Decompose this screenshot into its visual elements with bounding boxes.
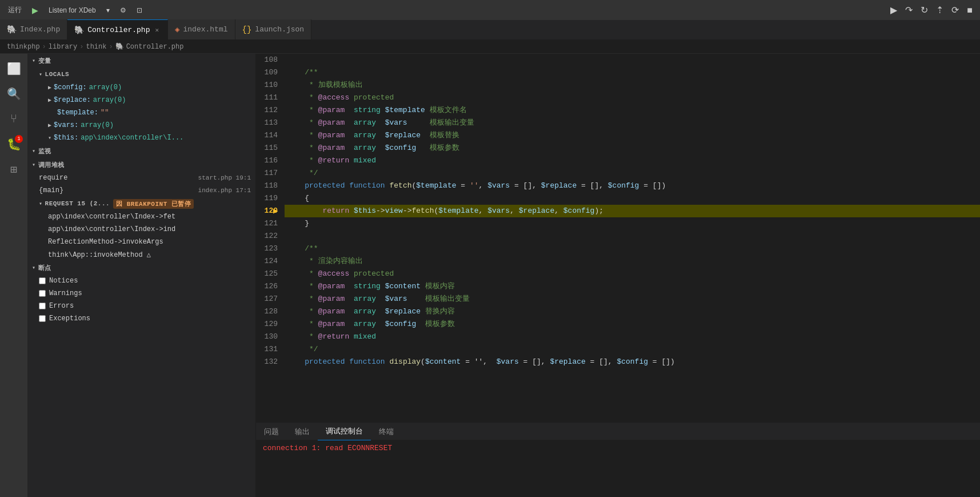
code-line: */	[285, 343, 980, 356]
tab-problems[interactable]: 问题	[256, 423, 287, 440]
panel-content: connection 1: read ECONNRESET	[256, 440, 980, 497]
tab-label: Index.php	[20, 25, 60, 34]
chevron-down-icon: ▾	[32, 264, 36, 271]
breakpoint-exceptions: Exceptions	[27, 312, 255, 325]
code-line: * 加载模板输出	[285, 79, 980, 92]
code-line: * @param array $config 模板参数	[285, 142, 980, 154]
expand-arrow-icon[interactable]: ▶	[48, 84, 51, 91]
debug-step-over-button[interactable]: ↷	[902, 3, 915, 17]
json-icon: {}	[242, 25, 252, 34]
panel-tabs: 问题 输出 调试控制台 终端	[256, 423, 980, 440]
var-config[interactable]: ▶ $config: array(0)	[27, 81, 255, 94]
settings-button[interactable]: ⚙	[117, 5, 130, 15]
breakpoints-section-label: 断点	[38, 264, 51, 272]
listen-xdebug-button[interactable]: Listen for XDeb	[45, 5, 99, 15]
callstack-main[interactable]: {main} index.php 17:1	[27, 184, 255, 197]
tab-terminal[interactable]: 终端	[371, 423, 402, 440]
callstack-index-ind[interactable]: app\index\controller\Index->ind	[27, 223, 255, 236]
callstack-index-fetch[interactable]: app\index\controller\Index->fet	[27, 210, 255, 223]
tab-bar: 🐘 Index.php 🐘 Controller.php ✕ ◈ index.h…	[0, 20, 980, 40]
code-line: * @return mixed	[285, 331, 980, 343]
run-button[interactable]: 运行	[5, 4, 25, 16]
warnings-checkbox[interactable]	[39, 290, 46, 297]
tab-debug-console[interactable]: 调试控制台	[318, 423, 371, 440]
play-icon-button[interactable]: ▶	[29, 5, 42, 16]
php-icon: 🐘	[7, 25, 17, 34]
callstack-think-app[interactable]: think\App::invokeMethod △	[27, 248, 255, 261]
code-line: * @param array $vars 模板输出变量	[285, 293, 980, 305]
var-name: $replace:	[54, 96, 91, 104]
comment-token: /**	[287, 66, 318, 79]
tab-label: Controller.php	[87, 26, 150, 34]
chevron-down-icon: ▾	[32, 148, 36, 154]
breakpoints-section-header[interactable]: ▾ 断点	[27, 261, 255, 275]
code-line: {	[285, 192, 980, 205]
var-replace[interactable]: ▶ $replace: array(0)	[27, 94, 255, 106]
tab-index-php[interactable]: 🐘 Index.php	[0, 19, 67, 39]
callstack-section-header[interactable]: ▾ 调用堆栈	[27, 158, 255, 172]
code-line: * @param array $replace 替换内容	[285, 305, 980, 318]
tab-index-html[interactable]: ◈ index.html	[168, 19, 235, 39]
code-line: * @param array $vars 模板输出变量	[285, 117, 980, 129]
dropdown-arrow-button[interactable]: ▾	[103, 5, 113, 15]
activity-git-icon[interactable]: ⑂	[3, 109, 24, 129]
locals-label: Locals	[45, 71, 70, 78]
breadcrumb: thinkphp › library › think › 🐘 Controlle…	[0, 40, 980, 54]
comment-token: * 加载模板输出	[287, 79, 363, 92]
call-name: app\index\controller\Index->fet	[48, 213, 175, 221]
callstack-reflection[interactable]: ReflectionMethod->invokeArgs	[27, 236, 255, 248]
request-section-header[interactable]: ▾ Request 15 (2... 因 BREAKPOINT 已暂停	[27, 197, 255, 210]
watch-section-header[interactable]: ▾ 监视	[27, 144, 255, 158]
code-line: * @param string $template 模板文件名	[285, 104, 980, 117]
code-line: * @param array $replace 模板替换	[285, 129, 980, 142]
code-line: * @access protected	[285, 268, 980, 280]
breakpoint-label: Notices	[49, 277, 78, 285]
errors-checkbox[interactable]	[39, 303, 46, 309]
expand-arrow-icon[interactable]: ▾	[48, 134, 51, 141]
code-editor[interactable]: 108 109 110 111 112 113 114 115 116 117 …	[256, 54, 980, 423]
exceptions-checkbox[interactable]	[39, 315, 46, 322]
activity-debug-icon[interactable]: 🐛 1	[3, 134, 24, 154]
activity-explorer-icon[interactable]: ⬜	[3, 58, 24, 79]
call-file: index.php 17:1	[198, 187, 251, 194]
call-name: require	[39, 174, 67, 182]
tab-close-button[interactable]: ✕	[153, 26, 161, 34]
var-type: array(0)	[93, 96, 126, 104]
debug-stop-button[interactable]: ■	[964, 4, 975, 17]
tab-controller-php[interactable]: 🐘 Controller.php ✕	[67, 19, 168, 39]
chevron-down-icon: ▾	[32, 57, 36, 64]
debug-continue-button[interactable]: ▶	[887, 3, 900, 17]
breadcrumb-item[interactable]: think	[86, 43, 106, 51]
var-vars[interactable]: ▶ $vars: array(0)	[27, 119, 255, 132]
breadcrumb-item[interactable]: library	[49, 43, 77, 51]
notices-checkbox[interactable]	[39, 277, 46, 284]
code-line-active: ▶ return $this->view->fetch($template, $…	[285, 205, 980, 217]
breakpoint-label: Errors	[49, 302, 74, 310]
breadcrumb-item[interactable]: Controller.php	[126, 43, 184, 51]
variables-section-header[interactable]: ▾ 变量	[27, 54, 255, 67]
arrow-indicator: ▶	[273, 205, 278, 217]
var-this[interactable]: ▾ $this: app\index\controller\I...	[27, 132, 255, 144]
tab-launch-json[interactable]: {} launch.json	[235, 19, 312, 39]
call-name: ReflectionMethod->invokeArgs	[48, 238, 163, 246]
bottom-panel: 问题 输出 调试控制台 终端 connection 1: read ECONNR…	[256, 423, 980, 497]
debug-step-into-button[interactable]: ↻	[918, 3, 931, 17]
console-error-line: connection 1: read ECONNRESET	[263, 444, 973, 452]
callstack-require[interactable]: require start.php 19:1	[27, 172, 255, 184]
debug-restart-button[interactable]: ⟳	[949, 3, 962, 17]
var-name: $config:	[54, 84, 87, 92]
expand-arrow-icon[interactable]: ▶	[48, 97, 51, 104]
tab-output[interactable]: 输出	[287, 423, 318, 440]
code-line: * 渲染内容输出	[285, 255, 980, 268]
code-line: protected function fetch($template = '',…	[285, 180, 980, 192]
expand-arrow-icon[interactable]: ▶	[48, 122, 51, 129]
chevron-down-icon: ▾	[32, 161, 36, 168]
var-name: $vars:	[54, 121, 78, 129]
activity-search-icon[interactable]: 🔍	[3, 84, 24, 104]
locals-section-header[interactable]: ▾ Locals	[27, 67, 255, 81]
editor-area: 108 109 110 111 112 113 114 115 116 117 …	[256, 54, 980, 497]
remote-button[interactable]: ⊡	[133, 5, 146, 15]
breadcrumb-item[interactable]: thinkphp	[7, 43, 40, 51]
activity-extensions-icon[interactable]: ⊞	[3, 159, 24, 180]
debug-step-out-button[interactable]: ⇡	[933, 3, 946, 17]
